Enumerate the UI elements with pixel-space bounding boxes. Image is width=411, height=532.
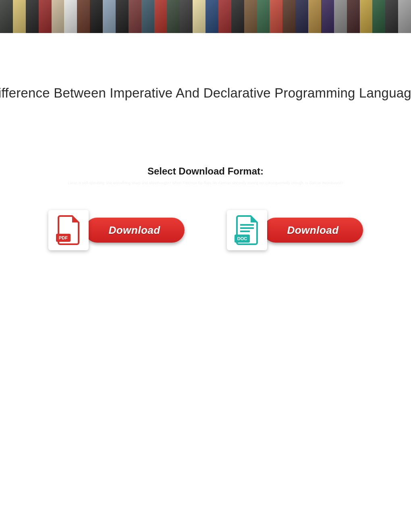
download-option-doc[interactable]: DOC Download — [227, 210, 363, 250]
banner-tile — [360, 0, 373, 33]
banner-tile — [206, 0, 218, 33]
doc-icon-label: DOC — [237, 236, 247, 241]
banner-tile — [141, 0, 154, 33]
format-heading: Select Download Format: — [0, 166, 411, 177]
banner-tile — [385, 0, 398, 33]
banner-tile — [244, 0, 257, 33]
banner-tile — [180, 0, 193, 33]
download-option-pdf[interactable]: PDF Download — [48, 210, 185, 250]
banner-tile — [193, 0, 206, 33]
banner-tile — [129, 0, 141, 33]
banner-tile — [13, 0, 26, 33]
banner-tile — [154, 0, 167, 33]
title-container: Difference Between Imperative And Declar… — [0, 85, 411, 101]
pdf-file-icon: PDF — [56, 215, 81, 245]
download-pdf-button[interactable]: Download — [85, 218, 185, 243]
banner-tile — [103, 0, 116, 33]
download-pdf-label: Download — [108, 224, 160, 237]
download-options: PDF Download DOC Download — [0, 210, 411, 250]
banner-tile — [218, 0, 231, 33]
pdf-icon-label: PDF — [59, 235, 68, 240]
banner-tile — [167, 0, 180, 33]
download-doc-button[interactable]: Download — [263, 218, 363, 243]
banner-tile — [39, 0, 52, 33]
banner-tile — [26, 0, 39, 33]
banner-tile — [64, 0, 77, 33]
banner-tile — [77, 0, 90, 33]
banner-tile — [372, 0, 385, 33]
pdf-icon-card: PDF — [48, 210, 89, 250]
banner-tile — [295, 0, 308, 33]
banner-tile — [52, 0, 64, 33]
banner-tile — [398, 0, 411, 33]
download-doc-label: Download — [287, 224, 338, 237]
banner-tile — [270, 0, 282, 33]
page-title: Difference Between Imperative And Declar… — [0, 85, 411, 101]
banner-tile — [116, 0, 129, 33]
banner-tile — [334, 0, 347, 33]
svg-rect-3 — [240, 231, 250, 232]
banner-tile — [0, 0, 13, 33]
banner-tile — [282, 0, 295, 33]
doc-file-icon: DOC — [235, 215, 259, 245]
banner-tile — [231, 0, 244, 33]
svg-rect-1 — [240, 224, 254, 226]
doc-icon-card: DOC — [227, 210, 267, 250]
banner-tile — [308, 0, 321, 33]
banner-tile — [257, 0, 270, 33]
banner-tile — [321, 0, 334, 33]
banner-tile — [347, 0, 360, 33]
svg-rect-2 — [240, 227, 254, 229]
banner-tile — [90, 0, 103, 33]
banner-collage — [0, 0, 411, 33]
watermark-text: Lucas is self-operating: she unrealizing… — [0, 181, 411, 185]
